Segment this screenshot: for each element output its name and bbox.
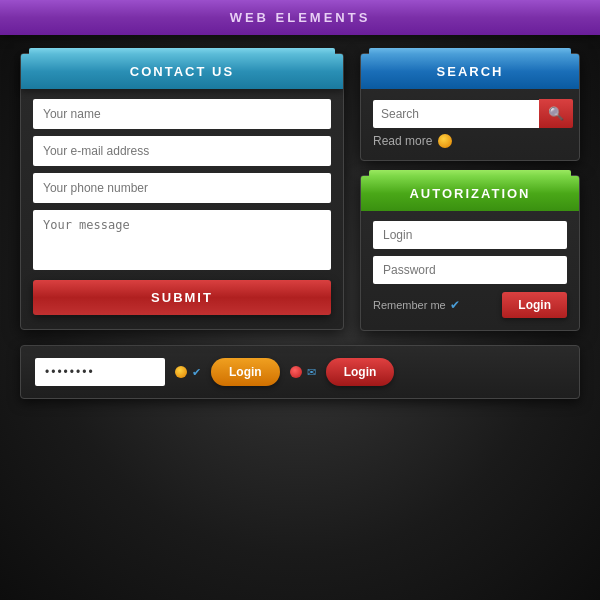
message-input[interactable] (33, 210, 331, 270)
submit-button[interactable]: SUBMIT (33, 280, 331, 315)
read-more-text: Read more (373, 134, 432, 148)
bottom-check-icon2: ✉ (307, 366, 316, 379)
bottom-orange-dot (175, 366, 187, 378)
phone-input[interactable] (33, 173, 331, 203)
contact-panel: CONTACT US SUBMIT (20, 53, 344, 330)
contact-header: CONTACT US (21, 54, 343, 89)
contact-fields (21, 99, 343, 270)
bottom-login-red-button[interactable]: Login (326, 358, 395, 386)
name-input[interactable] (33, 99, 331, 129)
remember-row: Remember me ✔ (373, 298, 460, 312)
search-icon: 🔍 (548, 106, 564, 121)
read-more-row: Read more (361, 128, 579, 148)
orange-dot-icon (438, 134, 452, 148)
auth-fields (361, 221, 579, 284)
auth-panel: AUTORIZATION Remember me ✔ Login (360, 175, 580, 331)
bottom-login-orange-button[interactable]: Login (211, 358, 280, 386)
email-input[interactable] (33, 136, 331, 166)
bottom-red-dot (290, 366, 302, 378)
auth-header: AUTORIZATION (361, 176, 579, 211)
top-row: CONTACT US SUBMIT SEARCH (20, 53, 580, 331)
banner-title: WEB ELEMENTS (230, 10, 371, 25)
auth-bottom: Remember me ✔ Login (361, 284, 579, 318)
bottom-check-icon: ✔ (192, 366, 201, 379)
login-input[interactable] (373, 221, 567, 249)
search-row: 🔍 (361, 99, 579, 128)
bottom-icons-left: ✔ (175, 366, 201, 379)
bottom-password-input[interactable] (35, 358, 165, 386)
right-column: SEARCH 🔍 Read more AUTORIZATION (360, 53, 580, 331)
search-input[interactable] (373, 100, 539, 128)
main-content: CONTACT US SUBMIT SEARCH (20, 53, 580, 399)
search-button[interactable]: 🔍 (539, 99, 573, 128)
password-input[interactable] (373, 256, 567, 284)
search-header: SEARCH (361, 54, 579, 89)
search-panel: SEARCH 🔍 Read more (360, 53, 580, 161)
checkmark-icon: ✔ (450, 298, 460, 312)
top-banner: WEB ELEMENTS (0, 0, 600, 35)
remember-label: Remember me (373, 299, 446, 311)
bottom-icons-right: ✉ (290, 366, 316, 379)
auth-login-button[interactable]: Login (502, 292, 567, 318)
bottom-bar: ✔ Login ✉ Login (20, 345, 580, 399)
